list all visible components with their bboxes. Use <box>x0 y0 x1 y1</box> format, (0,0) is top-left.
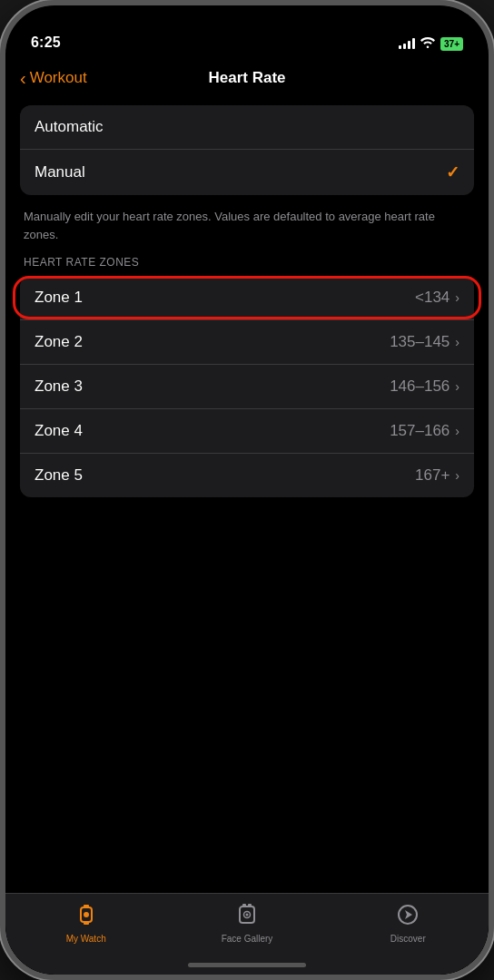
zones-section-header: HEART RATE ZONES <box>20 256 474 276</box>
discover-tab-label: Discover <box>390 934 426 944</box>
battery-badge: 37+ <box>440 37 463 51</box>
automatic-row[interactable]: Automatic <box>20 105 474 150</box>
zone-1-value: <134 <box>415 289 450 307</box>
status-time: 6:25 <box>31 34 61 51</box>
screen-content: ‹ Workout Heart Rate Automatic Manual ✓ <box>5 58 489 975</box>
back-chevron-icon: ‹ <box>20 69 26 87</box>
back-label: Workout <box>30 69 87 87</box>
zone-5-chevron-icon: › <box>455 468 459 483</box>
signal-bar-2 <box>403 44 406 49</box>
zone-3-row[interactable]: Zone 3 146–156 › <box>20 365 474 409</box>
zone-3-chevron-icon: › <box>455 379 459 394</box>
svg-rect-6 <box>248 904 252 906</box>
zone-4-chevron-icon: › <box>455 424 459 438</box>
page-title: Heart Rate <box>208 69 285 87</box>
signal-bar-3 <box>408 41 410 49</box>
zone-1-value-container: <134 › <box>415 289 459 307</box>
status-icons: 37+ <box>399 36 463 51</box>
zone-5-value: 167+ <box>415 466 450 485</box>
automatic-label: Automatic <box>35 118 104 136</box>
svg-rect-5 <box>242 904 246 906</box>
zone-4-value-container: 157–166 › <box>390 422 459 440</box>
back-button[interactable]: ‹ Workout <box>20 69 87 87</box>
manual-label: Manual <box>35 163 85 181</box>
zone-2-value: 135–145 <box>390 333 450 351</box>
zone-3-value: 146–156 <box>390 377 450 396</box>
content-area: Automatic Manual ✓ Manually edit your he… <box>5 98 489 512</box>
zone-5-label: Zone 5 <box>35 466 83 485</box>
zone-3-value-container: 146–156 › <box>390 377 459 396</box>
phone-inner: 6:25 37+ ‹ <box>5 5 489 975</box>
face-gallery-icon <box>235 903 259 930</box>
zone-2-chevron-icon: › <box>455 335 459 349</box>
signal-bar-1 <box>399 45 401 49</box>
zone-4-value: 157–166 <box>390 422 450 440</box>
zone-4-label: Zone 4 <box>35 422 83 440</box>
signal-bar-4 <box>412 38 415 49</box>
svg-point-8 <box>245 914 248 916</box>
signal-bars-icon <box>399 38 415 49</box>
zone-5-value-container: 167+ › <box>415 466 459 485</box>
description-text: Manually edit your heart rate zones. Val… <box>20 202 474 256</box>
wifi-icon <box>420 36 435 51</box>
zones-group: Zone 1 <134 › Zone 2 135–145 › <box>20 276 474 497</box>
tab-face-gallery[interactable]: Face Gallery <box>166 903 327 944</box>
tab-my-watch[interactable]: My Watch <box>5 903 166 944</box>
home-indicator <box>188 963 306 967</box>
svg-rect-2 <box>84 921 89 925</box>
zone-1-highlight <box>13 276 481 319</box>
zone-4-row[interactable]: Zone 4 157–166 › <box>20 409 474 454</box>
svg-marker-10 <box>405 910 412 919</box>
svg-point-3 <box>84 912 89 917</box>
zone-1-label: Zone 1 <box>35 289 83 307</box>
manual-row[interactable]: Manual ✓ <box>20 150 474 195</box>
tab-discover[interactable]: Discover <box>328 903 489 944</box>
mode-settings-group: Automatic Manual ✓ <box>20 105 474 195</box>
zone-2-value-container: 135–145 › <box>390 333 459 351</box>
face-gallery-tab-label: Face Gallery <box>222 934 273 944</box>
nav-header: ‹ Workout Heart Rate <box>5 58 489 98</box>
zone-2-row[interactable]: Zone 2 135–145 › <box>20 320 474 365</box>
zone-3-label: Zone 3 <box>35 377 83 396</box>
discover-icon <box>396 903 420 930</box>
my-watch-tab-label: My Watch <box>66 934 106 944</box>
phone-frame: 6:25 37+ ‹ <box>0 0 494 980</box>
zone-5-row[interactable]: Zone 5 167+ › <box>20 454 474 497</box>
zone-2-label: Zone 2 <box>35 333 83 351</box>
manual-checkmark-icon: ✓ <box>446 162 459 182</box>
zone-1-chevron-icon: › <box>455 290 459 305</box>
zone-1-row[interactable]: Zone 1 <134 › <box>20 276 474 320</box>
dynamic-island <box>193 16 301 47</box>
svg-rect-1 <box>84 905 89 908</box>
my-watch-icon <box>74 903 98 930</box>
